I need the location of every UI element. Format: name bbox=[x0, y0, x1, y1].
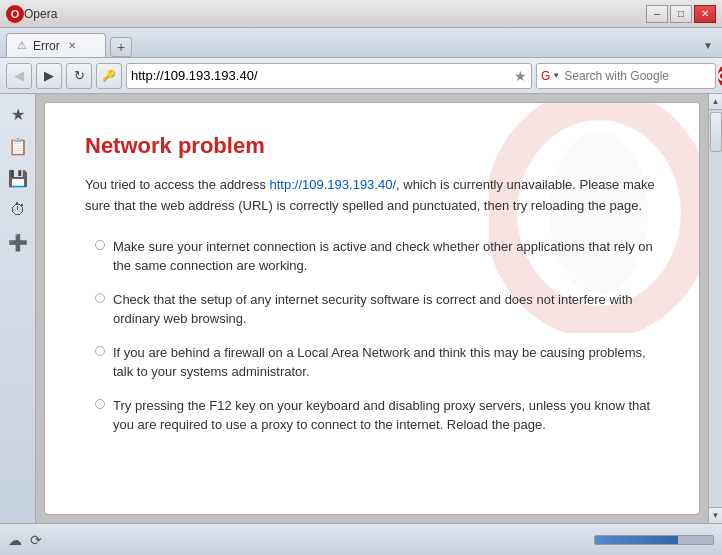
tab-favicon: ⚠ bbox=[17, 39, 27, 52]
sidebar-icon-bookmark[interactable]: ★ bbox=[4, 100, 32, 128]
sidebar-icon-notes[interactable]: 📋 bbox=[4, 132, 32, 160]
sidebar-icon-downloads[interactable]: 💾 bbox=[4, 164, 32, 192]
status-icon-sync: ⟳ bbox=[30, 532, 42, 548]
close-button[interactable]: ✕ bbox=[694, 5, 716, 23]
reload-button[interactable]: ↻ bbox=[66, 63, 92, 89]
back-button[interactable]: ◀ bbox=[6, 63, 32, 89]
error-description: You tried to access the address http://1… bbox=[85, 175, 659, 217]
nav-bar: ◀ ▶ ↻ 🔑 ★ G ▼ bbox=[0, 58, 722, 94]
sidebar-icon-history[interactable]: ⏱ bbox=[4, 196, 32, 224]
minimize-button[interactable]: – bbox=[646, 5, 668, 23]
search-engine-dropdown[interactable]: G ▼ bbox=[541, 69, 560, 83]
new-tab-button[interactable]: + bbox=[110, 37, 132, 57]
search-input[interactable] bbox=[564, 69, 714, 83]
tab-menu-button[interactable]: ▼ bbox=[700, 35, 716, 55]
title-bar-text: Opera bbox=[24, 7, 646, 21]
tab-right-controls: ▼ bbox=[700, 35, 716, 57]
list-item: Check that the setup of any internet sec… bbox=[95, 290, 659, 329]
search-bar[interactable]: G ▼ bbox=[536, 63, 716, 89]
status-bar: ☁ ⟳ bbox=[0, 523, 722, 555]
bookmark-star-icon[interactable]: ★ bbox=[514, 68, 527, 84]
scroll-thumb[interactable] bbox=[710, 112, 722, 152]
maximize-button[interactable]: □ bbox=[670, 5, 692, 23]
search-engine-chevron: ▼ bbox=[552, 71, 560, 80]
key-button[interactable]: 🔑 bbox=[96, 63, 122, 89]
bullet-text-1: Make sure your internet connection is ac… bbox=[113, 237, 659, 276]
address-bar[interactable]: ★ bbox=[126, 63, 532, 89]
forward-button[interactable]: ▶ bbox=[36, 63, 62, 89]
search-go-button[interactable] bbox=[718, 66, 722, 86]
bullet-text-2: Check that the setup of any internet sec… bbox=[113, 290, 659, 329]
opera-logo: O bbox=[6, 5, 24, 23]
tab-close-button[interactable]: ✕ bbox=[66, 40, 78, 51]
title-bar: O Opera – □ ✕ bbox=[0, 0, 722, 28]
tab-label: Error bbox=[33, 39, 60, 53]
error-url-link[interactable]: http://109.193.193.40/ bbox=[270, 177, 397, 192]
tab-bar: ⚠ Error ✕ + ▼ bbox=[0, 28, 722, 58]
progress-bar bbox=[594, 535, 714, 545]
bullet-text-4: Try pressing the F12 key on your keyboar… bbox=[113, 396, 659, 435]
list-item: If you are behind a firewall on a Local … bbox=[95, 343, 659, 382]
page-frame-wrapper: Network problem You tried to access the … bbox=[36, 94, 722, 523]
search-engine-icon: G bbox=[541, 69, 550, 83]
bullet-icon bbox=[95, 346, 105, 356]
scroll-down-button[interactable]: ▼ bbox=[709, 507, 723, 523]
main-area: ★ 📋 💾 ⏱ ➕ Network problem You tried to a… bbox=[0, 94, 722, 523]
status-progress bbox=[50, 535, 714, 545]
bullet-text-3: If you are behind a firewall on a Local … bbox=[113, 343, 659, 382]
list-item: Try pressing the F12 key on your keyboar… bbox=[95, 396, 659, 435]
bullet-icon bbox=[95, 399, 105, 409]
bullet-list: Make sure your internet connection is ac… bbox=[85, 237, 659, 435]
title-bar-controls: – □ ✕ bbox=[646, 5, 716, 23]
error-desc-prefix: You tried to access the address bbox=[85, 177, 270, 192]
page-frame: Network problem You tried to access the … bbox=[44, 102, 700, 515]
active-tab[interactable]: ⚠ Error ✕ bbox=[6, 33, 106, 57]
list-item: Make sure your internet connection is ac… bbox=[95, 237, 659, 276]
sidebar: ★ 📋 💾 ⏱ ➕ bbox=[0, 94, 36, 523]
progress-bar-fill bbox=[595, 536, 678, 544]
bullet-icon bbox=[95, 240, 105, 250]
status-icon-cloud: ☁ bbox=[8, 532, 22, 548]
address-input[interactable] bbox=[131, 68, 510, 83]
scroll-up-button[interactable]: ▲ bbox=[709, 94, 723, 110]
error-title: Network problem bbox=[85, 133, 659, 159]
sidebar-icon-add[interactable]: ➕ bbox=[4, 228, 32, 256]
bullet-icon bbox=[95, 293, 105, 303]
page-content: Network problem You tried to access the … bbox=[45, 103, 699, 479]
scrollbar: ▲ ▼ bbox=[708, 94, 722, 523]
